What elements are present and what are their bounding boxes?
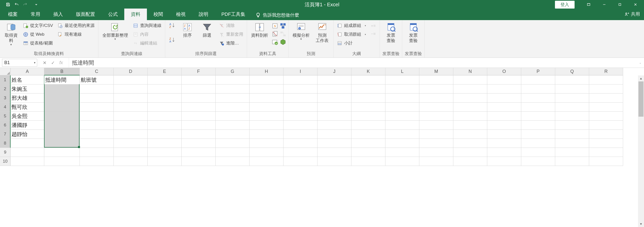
cell[interactable] [589, 130, 623, 139]
column-header[interactable]: L [385, 68, 419, 75]
cell[interactable] [182, 157, 216, 166]
cell[interactable] [589, 94, 623, 103]
cell[interactable] [284, 139, 317, 148]
column-header[interactable]: B [44, 68, 80, 75]
cell[interactable] [351, 103, 385, 112]
expand-formula-bar-icon[interactable]: ⌄ [636, 58, 644, 68]
tab-file[interactable]: 檔案 [5, 9, 24, 20]
filter-button[interactable]: 篩選 [198, 22, 216, 38]
cell[interactable] [80, 84, 114, 94]
cell[interactable] [317, 84, 351, 94]
cell[interactable] [589, 139, 623, 148]
cell[interactable] [284, 157, 317, 166]
column-header[interactable]: D [114, 68, 148, 75]
cell[interactable] [80, 130, 114, 139]
select-all-button[interactable] [0, 68, 11, 75]
cell[interactable] [419, 139, 453, 148]
cell[interactable] [216, 103, 250, 112]
column-header[interactable]: E [148, 68, 182, 75]
column-header[interactable]: O [487, 68, 521, 75]
cell[interactable] [44, 103, 80, 112]
cell[interactable] [182, 139, 216, 148]
cell[interactable] [182, 112, 216, 121]
vertical-scrollbar[interactable]: ▲ ▼ [638, 75, 644, 227]
undo-icon[interactable] [14, 2, 19, 7]
cell[interactable] [589, 103, 623, 112]
cell[interactable] [317, 148, 351, 157]
cell[interactable] [487, 103, 521, 112]
cell[interactable] [555, 139, 589, 148]
scroll-thumb[interactable] [638, 81, 643, 117]
cell[interactable]: 航班號 [80, 75, 114, 84]
row-header[interactable]: 4 [0, 103, 11, 112]
cell[interactable] [317, 103, 351, 112]
cell[interactable] [250, 94, 284, 103]
column-header[interactable]: Q [555, 68, 589, 75]
recent-sources-button[interactable]: 最近使用的來源 [56, 22, 96, 29]
tab-data[interactable]: 資料 [124, 9, 147, 20]
cell[interactable] [453, 112, 487, 121]
cell[interactable] [284, 148, 317, 157]
cell[interactable] [487, 94, 521, 103]
tab-review[interactable]: 校閱 [147, 9, 170, 20]
cell[interactable] [521, 130, 555, 139]
tab-home[interactable]: 常用 [24, 9, 47, 20]
cell[interactable] [216, 139, 250, 148]
cell[interactable] [419, 75, 453, 84]
cell[interactable] [419, 84, 453, 94]
cell[interactable] [148, 75, 182, 84]
cell[interactable] [114, 94, 148, 103]
cell[interactable] [80, 148, 114, 157]
qat-customize-icon[interactable] [34, 2, 39, 7]
cell[interactable] [148, 94, 182, 103]
cell[interactable] [589, 157, 623, 166]
cell[interactable] [114, 148, 148, 157]
cell[interactable] [216, 75, 250, 84]
advanced-filter-button[interactable]: 進階… [218, 40, 245, 47]
cell[interactable] [419, 112, 453, 121]
column-header[interactable]: J [317, 68, 351, 75]
cell[interactable] [555, 157, 589, 166]
column-header[interactable]: C [80, 68, 114, 75]
cell[interactable] [114, 84, 148, 94]
row-header[interactable]: 10 [0, 157, 11, 166]
cell[interactable] [216, 112, 250, 121]
cell[interactable] [351, 84, 385, 94]
chevron-down-icon[interactable]: ▼ [33, 61, 36, 64]
cell[interactable] [44, 148, 80, 157]
cell[interactable]: 趙靜怡 [11, 130, 44, 139]
cell[interactable] [589, 148, 623, 157]
cell[interactable] [250, 148, 284, 157]
cell[interactable] [521, 84, 555, 94]
cell[interactable] [317, 75, 351, 84]
cell[interactable] [284, 121, 317, 130]
cell[interactable] [453, 148, 487, 157]
sort-desc-button[interactable]: ZA [169, 37, 175, 43]
cell[interactable]: 朱婉玉 [11, 84, 44, 94]
cell[interactable] [555, 121, 589, 130]
cell[interactable] [80, 94, 114, 103]
column-header[interactable]: A [11, 68, 44, 75]
cell[interactable] [216, 84, 250, 94]
existing-connections-button[interactable]: 現有連線 [56, 31, 96, 38]
cell[interactable] [521, 139, 555, 148]
scroll-down-icon[interactable]: ▼ [638, 221, 644, 227]
formula-input[interactable]: 抵達時間 [69, 58, 636, 68]
cell[interactable] [385, 121, 419, 130]
cell[interactable] [453, 139, 487, 148]
cell[interactable] [148, 130, 182, 139]
cell[interactable] [351, 121, 385, 130]
cell[interactable] [385, 130, 419, 139]
cell[interactable] [487, 130, 521, 139]
cell[interactable] [385, 157, 419, 166]
cell[interactable]: 邢大雄 [11, 94, 44, 103]
cell[interactable] [80, 139, 114, 148]
cell[interactable]: 姓名 [11, 75, 44, 84]
cell[interactable] [555, 75, 589, 84]
cell[interactable] [351, 148, 385, 157]
active-cell[interactable]: 抵達時間 [44, 75, 79, 84]
from-text-csv-button[interactable]: 從文字/CSV [22, 22, 55, 29]
cell[interactable] [385, 84, 419, 94]
name-box[interactable]: B1▼ [2, 59, 37, 67]
cell[interactable] [44, 84, 80, 94]
